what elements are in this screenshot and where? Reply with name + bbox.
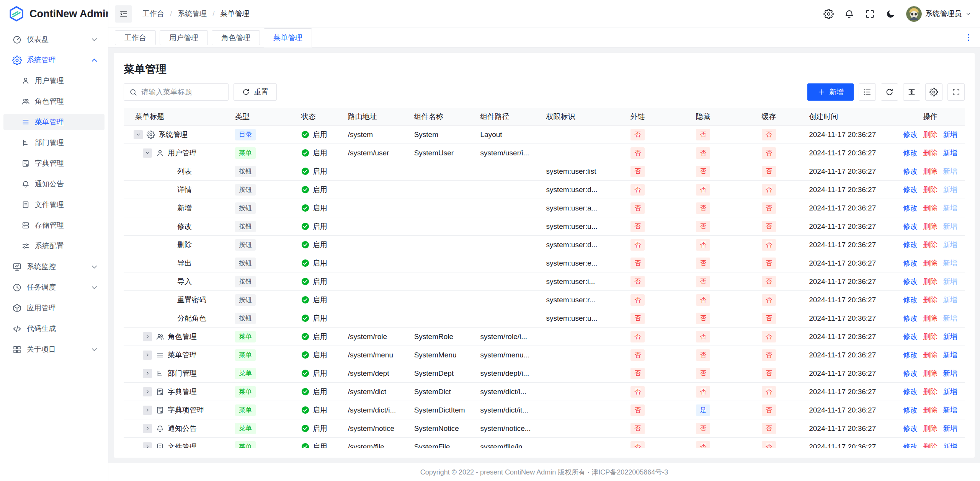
- tab-more-icon[interactable]: [964, 33, 973, 42]
- sidebar-item-system-mgmt[interactable]: 系统管理: [3, 52, 105, 68]
- sidebar-item-system-monitor[interactable]: 系统监控: [3, 259, 105, 275]
- row-expand-toggle[interactable]: [143, 332, 152, 341]
- action-add[interactable]: 新增: [943, 258, 957, 268]
- action-add[interactable]: 新增: [943, 442, 957, 448]
- action-modify[interactable]: 修改: [903, 240, 918, 250]
- sidebar-item-dept-mgmt[interactable]: 部门管理: [3, 135, 105, 151]
- action-delete[interactable]: 删除: [923, 240, 938, 250]
- action-add[interactable]: 新增: [943, 350, 957, 360]
- action-modify[interactable]: 修改: [903, 222, 918, 232]
- sidebar-item-dict-mgmt[interactable]: 字典管理: [3, 155, 105, 171]
- action-add[interactable]: 新增: [943, 130, 957, 140]
- action-modify[interactable]: 修改: [903, 185, 918, 195]
- action-modify[interactable]: 修改: [903, 332, 918, 342]
- row-expand-toggle[interactable]: [143, 148, 152, 158]
- sidebar-item-file-mgmt[interactable]: 文件管理: [3, 197, 105, 213]
- breadcrumb-item[interactable]: 工作台: [142, 9, 164, 19]
- action-modify[interactable]: 修改: [903, 387, 918, 397]
- tab-menu-mgmt[interactable]: 菜单管理: [264, 28, 312, 47]
- action-add[interactable]: 新增: [943, 368, 957, 378]
- sidebar-item-storage-mgmt[interactable]: 存储管理: [3, 217, 105, 233]
- action-delete[interactable]: 删除: [923, 185, 938, 195]
- action-delete[interactable]: 删除: [923, 222, 938, 232]
- sidebar-item-user-mgmt[interactable]: 用户管理: [3, 73, 105, 89]
- tab-workbench[interactable]: 工作台: [115, 30, 156, 45]
- action-add[interactable]: 新增: [943, 424, 957, 434]
- action-add[interactable]: 新增: [943, 222, 957, 232]
- row-expand-toggle[interactable]: [134, 130, 143, 139]
- action-delete[interactable]: 删除: [923, 368, 938, 378]
- action-add[interactable]: 新增: [943, 295, 957, 305]
- row-expand-toggle[interactable]: [143, 442, 152, 448]
- dark-mode-moon-icon[interactable]: [885, 9, 896, 19]
- action-add[interactable]: 新增: [943, 240, 957, 250]
- row-expand-toggle[interactable]: [143, 387, 152, 396]
- action-delete[interactable]: 删除: [923, 277, 938, 287]
- sidebar-item-role-mgmt[interactable]: 角色管理: [3, 93, 105, 109]
- action-add[interactable]: 新增: [943, 405, 957, 415]
- user-menu[interactable]: 系统管理员: [906, 6, 972, 22]
- sidebar-item-notice[interactable]: 通知公告: [3, 176, 105, 192]
- settings-icon[interactable]: [823, 9, 834, 19]
- action-delete[interactable]: 删除: [923, 313, 938, 323]
- row-height-button[interactable]: [903, 83, 920, 101]
- breadcrumb-item[interactable]: 系统管理: [178, 9, 207, 19]
- action-modify[interactable]: 修改: [903, 295, 918, 305]
- action-modify[interactable]: 修改: [903, 203, 918, 213]
- search-input[interactable]: [141, 88, 223, 96]
- action-modify[interactable]: 修改: [903, 277, 918, 287]
- row-expand-toggle[interactable]: [143, 406, 152, 415]
- action-modify[interactable]: 修改: [903, 313, 918, 323]
- row-expand-toggle[interactable]: [143, 369, 152, 378]
- action-add[interactable]: 新增: [943, 185, 957, 195]
- sidebar-item-dashboard[interactable]: 仪表盘: [3, 31, 105, 47]
- sidebar-item-job-schedule[interactable]: 任务调度: [3, 279, 105, 295]
- action-add[interactable]: 新增: [943, 313, 957, 323]
- action-modify[interactable]: 修改: [903, 405, 918, 415]
- action-delete[interactable]: 删除: [923, 350, 938, 360]
- list-view-button[interactable]: [859, 83, 876, 101]
- reset-button[interactable]: 重置: [234, 83, 277, 101]
- action-modify[interactable]: 修改: [903, 166, 918, 176]
- action-delete[interactable]: 删除: [923, 130, 938, 140]
- action-delete[interactable]: 删除: [923, 203, 938, 213]
- action-add[interactable]: 新增: [943, 332, 957, 342]
- action-modify[interactable]: 修改: [903, 368, 918, 378]
- action-modify[interactable]: 修改: [903, 130, 918, 140]
- sidebar-item-system-config[interactable]: 系统配置: [3, 238, 105, 254]
- refresh-button[interactable]: [881, 83, 898, 101]
- action-modify[interactable]: 修改: [903, 258, 918, 268]
- action-delete[interactable]: 删除: [923, 442, 938, 448]
- action-add[interactable]: 新增: [943, 203, 957, 213]
- action-delete[interactable]: 删除: [923, 405, 938, 415]
- action-delete[interactable]: 删除: [923, 295, 938, 305]
- action-delete[interactable]: 删除: [923, 424, 938, 434]
- action-delete[interactable]: 删除: [923, 166, 938, 176]
- action-modify[interactable]: 修改: [903, 350, 918, 360]
- table-fullscreen-button[interactable]: [947, 83, 965, 101]
- action-modify[interactable]: 修改: [903, 148, 918, 158]
- action-modify[interactable]: 修改: [903, 424, 918, 434]
- fullscreen-icon[interactable]: [865, 9, 875, 19]
- notifications-bell-icon[interactable]: [844, 9, 854, 19]
- action-add[interactable]: 新增: [943, 166, 957, 176]
- column-settings-button[interactable]: [925, 83, 942, 101]
- row-expand-toggle[interactable]: [143, 351, 152, 360]
- tab-role-mgmt[interactable]: 角色管理: [212, 30, 260, 45]
- action-modify[interactable]: 修改: [903, 442, 918, 448]
- action-delete[interactable]: 删除: [923, 148, 938, 158]
- sidebar-collapse-button[interactable]: [115, 5, 132, 23]
- row-expand-toggle[interactable]: [143, 424, 152, 433]
- sidebar-item-code-gen[interactable]: 代码生成: [3, 321, 105, 337]
- sidebar-item-app-mgmt[interactable]: 应用管理: [3, 300, 105, 316]
- sidebar-item-about[interactable]: 关于项目: [3, 341, 105, 357]
- action-delete[interactable]: 删除: [923, 258, 938, 268]
- action-add[interactable]: 新增: [943, 277, 957, 287]
- action-add[interactable]: 新增: [943, 387, 957, 397]
- action-add[interactable]: 新增: [943, 148, 957, 158]
- action-delete[interactable]: 删除: [923, 332, 938, 342]
- add-button[interactable]: 新增: [807, 83, 854, 101]
- tab-user-mgmt[interactable]: 用户管理: [160, 30, 208, 45]
- action-delete[interactable]: 删除: [923, 387, 938, 397]
- sidebar-item-menu-mgmt[interactable]: 菜单管理: [3, 114, 105, 130]
